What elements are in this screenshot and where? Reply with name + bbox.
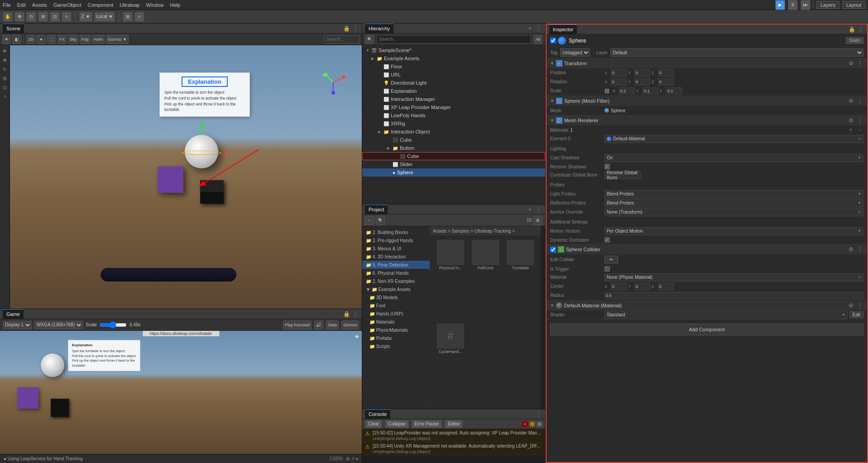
scale-x-input[interactable] — [619, 87, 635, 95]
mr-settings-btn[interactable]: ⚙ — [847, 117, 854, 124]
folder-menus-ui[interactable]: 📁 3. Menus & UI — [362, 244, 430, 253]
hierarchy-cube-button[interactable]: ▷ ⬛ Cube — [362, 152, 545, 160]
menu-window[interactable]: Window — [146, 2, 163, 8]
game-content[interactable]: https://docs.ultraleap.com/ultralab/ ✦ E… — [0, 331, 362, 454]
project-search-btn[interactable]: 🔍 — [376, 216, 385, 225]
pos-x-input[interactable] — [611, 69, 627, 76]
asset-turntable[interactable]: Turntable — [504, 240, 537, 322]
folder-building-blocks[interactable]: 📁 2. Building Blocks — [362, 228, 430, 236]
mesh-renderer-header[interactable]: ▼ ⬡ Mesh Renderer ⚙ ⋮ — [547, 115, 867, 125]
hierarchy-search-btn[interactable]: 🔍 — [365, 35, 374, 44]
step-button[interactable]: ⏭ — [801, 0, 810, 10]
mf-more-btn[interactable]: ⋮ — [856, 97, 863, 105]
scene-toolbar-sky[interactable]: Sky — [68, 35, 78, 44]
scene-lock-btn[interactable]: 🔒 — [343, 25, 350, 32]
scene-cube-black[interactable] — [200, 180, 224, 204]
materials-remove-btn[interactable]: - — [856, 126, 863, 134]
scene-toolbar-solid[interactable]: ◧ — [12, 35, 21, 44]
rotate3d-btn[interactable]: ↻ — [1, 65, 9, 73]
inspector-menu-btn[interactable]: ⋮ — [857, 26, 864, 33]
pos-y-input[interactable] — [634, 69, 650, 76]
hierarchy-interaction-object[interactable]: ▶ 📁 Interaction Object — [362, 128, 545, 136]
scene-toolbar-fx[interactable]: FX — [58, 35, 67, 44]
folder-pre-rigged-hands[interactable]: 📁 2. Pre-rigged Hands — [362, 236, 430, 244]
hand-tool-btn[interactable]: ✋ — [3, 12, 13, 22]
hierarchy-lowpoly-hands[interactable]: ▷ ⬜ LowPoly Hands — [362, 111, 545, 119]
local-btn[interactable]: Local ▼ — [94, 12, 115, 22]
transform-more-btn[interactable]: ⋮ — [856, 60, 863, 67]
center-x-input[interactable] — [611, 283, 627, 290]
scene-toolbar-eye[interactable]: 👁 — [2, 35, 11, 44]
console-clear-btn[interactable]: Clear — [365, 420, 382, 428]
move3d-btn[interactable]: ✥ — [1, 56, 9, 64]
game-display-select[interactable]: Display 1 — [3, 321, 32, 329]
game-lock-btn[interactable]: 🔒 — [343, 310, 350, 318]
scale-tool-btn[interactable]: ⊞ — [38, 12, 48, 22]
scale3d-btn[interactable]: ⊞ — [1, 74, 9, 82]
folder-materials[interactable]: 📁 Materials — [362, 318, 430, 326]
scale-slider[interactable] — [100, 321, 127, 329]
rot-y-input[interactable] — [634, 78, 650, 86]
menu-assets[interactable]: Assets — [32, 2, 47, 8]
tab-console[interactable]: Console — [365, 409, 390, 419]
scene-menu-btn[interactable]: ⋮ — [352, 25, 359, 32]
scene-toolbar-fog[interactable]: Fog — [80, 35, 91, 44]
folder-scripts[interactable]: 📁 Scripts — [362, 342, 430, 350]
hierarchy-explanation[interactable]: ▷ ⬜ Explanation — [362, 87, 545, 95]
hierarchy-button[interactable]: ▶ 📁 Button — [362, 144, 545, 152]
move-tool-btn[interactable]: ✥ — [14, 12, 24, 22]
reflection-probes-value[interactable]: Blend Probes ▼ — [604, 199, 863, 207]
folder-pose-detection[interactable]: 📁 5. Pose Detection — [362, 261, 430, 269]
play-button[interactable]: ▶ — [775, 0, 785, 10]
hierarchy-url[interactable]: ▷ ⬜ URL — [362, 71, 545, 79]
console-msg-2[interactable]: ⚠ [15:50:44] Unity XR Management not ava… — [362, 442, 545, 455]
play-focused-btn[interactable]: Play Focused — [283, 320, 312, 329]
radius-input[interactable] — [604, 292, 863, 299]
tab-scene[interactable]: Scene — [3, 24, 24, 33]
transform-tool-btn[interactable]: ⊹ — [62, 12, 72, 22]
layout-button[interactable]: Layout — [842, 1, 865, 9]
rot-x-input[interactable] — [611, 78, 627, 86]
hierarchy-xp-leap[interactable]: ▷ ⬜ XP Leap Provider Manager — [362, 103, 545, 111]
collider-material-value[interactable]: None (Physic Material) ⊙ — [604, 273, 863, 282]
motion-vectors-value[interactable]: Per Object Motion ▼ — [604, 227, 863, 235]
mesh-filter-header[interactable]: ▼ ⬡ Sphere (Mesh Filter) ⚙ ⋮ — [547, 96, 867, 106]
asset-cyclehand[interactable]: # CycleHand... — [434, 324, 467, 406]
project-add-btn[interactable]: + — [526, 206, 533, 213]
scene-toolbar-anim[interactable]: Anim — [92, 35, 105, 44]
mat-more-btn[interactable]: ⋮ — [856, 302, 863, 309]
asset-physical-h[interactable]: Physical H... — [434, 240, 467, 322]
folder-3d-interaction[interactable]: 📁 4. 3D Interaction — [362, 253, 430, 261]
scene-canvas[interactable]: Explanation Spin the turntable to turn t… — [10, 45, 362, 309]
receive-shadows-checkbox[interactable] — [604, 164, 610, 169]
hierarchy-all-btn[interactable]: All — [533, 35, 542, 44]
scene-toolbar-2d[interactable]: 2D — [26, 35, 35, 44]
hierarchy-sphere[interactable]: ▷ ● Sphere — [362, 168, 545, 177]
grid-btn[interactable]: ⊞ — [123, 12, 133, 22]
cast-shadows-value[interactable]: On ▼ — [604, 154, 863, 162]
console-menu-btn[interactable]: ⋮ — [535, 410, 542, 418]
hierarchy-floor[interactable]: ▷ ⬜ Floor — [362, 62, 545, 71]
console-collapse-btn[interactable]: Collapse — [385, 420, 409, 428]
sphere-collider-header[interactable]: ○ Sphere Collider ⚙ ⋮ — [547, 244, 867, 254]
pos-z-input[interactable] — [658, 69, 674, 76]
hierarchy-slider[interactable]: ▷ ⬜ Slider — [362, 160, 545, 168]
anchor-override-value[interactable]: None (Transform) ⊙ — [604, 208, 863, 216]
menu-gameobject[interactable]: GameObject — [53, 2, 82, 8]
center-z-input[interactable] — [658, 283, 674, 290]
menu-file[interactable]: File — [3, 2, 11, 8]
center-y-input[interactable] — [634, 283, 650, 290]
scene-toolbar-light[interactable]: ● — [37, 35, 46, 44]
inspector-lock-btn[interactable]: 🔒 — [848, 26, 855, 33]
folder-physic-materials[interactable]: 📁 PhysicMaterials — [362, 326, 430, 334]
project-menu-btn[interactable]: ⋮ — [535, 206, 542, 213]
audio-btn[interactable]: 🔊 — [314, 320, 323, 329]
stats-btn[interactable]: Stats — [326, 320, 339, 329]
game-resolution-select[interactable]: WXGA (1366×768) — [34, 321, 83, 329]
layer-select[interactable]: Default — [610, 48, 863, 57]
project-scrollbar[interactable] — [541, 226, 545, 409]
menu-help[interactable]: Help — [170, 2, 181, 8]
layers-button[interactable]: Layers — [816, 1, 839, 9]
hierarchy-cube1[interactable]: ▷ ⬛ Cube — [362, 136, 545, 144]
hierarchy-scene-root[interactable]: ▼ 🎬 SampleScene* — [362, 46, 545, 54]
